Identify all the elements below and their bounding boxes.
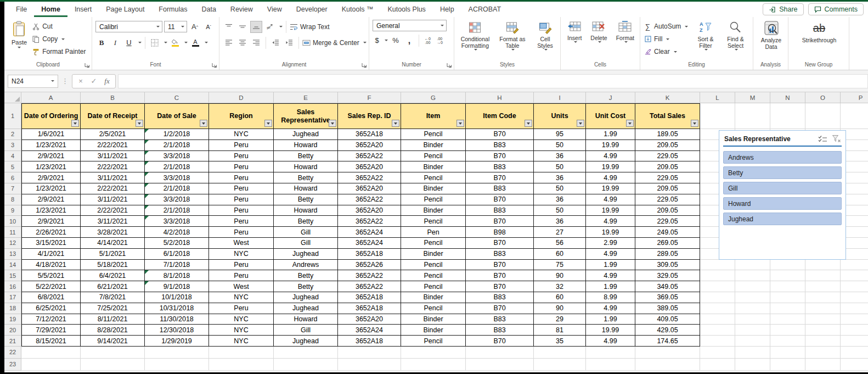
cell-C14[interactable]: 7/1/2018 [145, 260, 209, 271]
cell-N19[interactable] [770, 314, 805, 325]
cell-F19[interactable]: 3652A20 [338, 314, 401, 325]
cut-button[interactable]: Cut [32, 21, 86, 32]
cell-G19[interactable]: Binder [401, 314, 466, 325]
font-color-button[interactable]: A [189, 37, 201, 49]
ribbon-tab-help[interactable]: Help [433, 2, 461, 17]
cell-K18[interactable]: 389.05 [635, 303, 700, 314]
cell-K11[interactable]: 249.05 [635, 227, 700, 238]
filter-button-date-of-ordering[interactable] [71, 120, 79, 127]
cell-E3[interactable]: Howard [274, 140, 338, 151]
column-header-M[interactable]: M [735, 92, 770, 103]
copy-button[interactable]: Copy [32, 34, 86, 44]
cell-M22[interactable] [735, 347, 770, 359]
cell-A8[interactable]: 2/9/2021 [21, 194, 81, 205]
column-header-C[interactable]: C [145, 92, 209, 103]
cell-M23[interactable] [735, 359, 770, 371]
cell-A23[interactable] [21, 359, 81, 371]
row-header-10[interactable]: 10 [4, 216, 21, 227]
cell-M15[interactable] [735, 270, 770, 281]
cell-F14[interactable]: 3652A26 [338, 260, 401, 271]
cell-A7[interactable]: 1/23/2021 [21, 183, 81, 194]
cell-M1[interactable] [735, 103, 770, 129]
cell-B14[interactable]: 5/18/2021 [81, 260, 145, 271]
ribbon-tab-home[interactable]: Home [34, 2, 67, 17]
italic-button[interactable]: I [109, 37, 121, 49]
cell-B6[interactable]: 3/11/2021 [81, 172, 145, 183]
cell-E4[interactable]: Betty [274, 151, 338, 162]
cell-H5[interactable]: B83 [466, 161, 534, 172]
cell-F5[interactable]: 3652A20 [338, 161, 401, 172]
decrease-indent-button[interactable] [269, 37, 281, 49]
cell-I15[interactable]: 90 [534, 270, 586, 281]
cell-G3[interactable]: Binder [401, 140, 466, 151]
cell-I7[interactable]: 50 [534, 183, 586, 194]
cell-K16[interactable]: 349.05 [635, 281, 700, 292]
cell-M19[interactable] [735, 314, 770, 325]
cell-D22[interactable] [209, 347, 274, 359]
cell-C21[interactable]: 1/29/2019 [145, 336, 209, 347]
cell-D20[interactable]: NYC [209, 325, 274, 336]
slicer-item-gill[interactable]: Gill [723, 182, 842, 194]
row-header-14[interactable]: 14 [4, 260, 21, 271]
ribbon-tab-insert[interactable]: Insert [67, 2, 99, 17]
cell-O16[interactable] [805, 281, 841, 292]
cell-M20[interactable] [735, 325, 770, 336]
column-header-N[interactable]: N [770, 92, 805, 103]
cell-G16[interactable]: Pencil [401, 281, 466, 292]
formula-input[interactable] [118, 74, 868, 88]
cell-G12[interactable]: Pencil [401, 238, 466, 249]
cell-G9[interactable]: Binder [401, 205, 466, 216]
cell-O20[interactable] [805, 325, 841, 336]
cell-F21[interactable]: 3652A18 [338, 336, 401, 347]
cell-E14[interactable]: Andrews [274, 260, 338, 271]
cell-H13[interactable]: B83 [466, 249, 534, 260]
cell-H2[interactable]: B70 [466, 129, 534, 140]
cell-B19[interactable]: 8/11/2021 [81, 314, 145, 325]
column-header-D[interactable]: D [209, 92, 274, 103]
cell-A4[interactable]: 2/9/2021 [21, 151, 81, 162]
cell-J21[interactable]: 4.99 [586, 336, 635, 347]
number-dialog-launcher-icon[interactable] [446, 62, 452, 68]
cell-O1[interactable] [805, 103, 841, 129]
cell-E6[interactable]: Betty [274, 172, 338, 183]
cell-D6[interactable]: Peru [209, 172, 274, 183]
fill-color-button[interactable] [169, 37, 181, 49]
cell-L1[interactable] [700, 103, 735, 129]
name-box-splitter[interactable]: ⋮ [60, 77, 70, 85]
cell-G22[interactable] [401, 347, 466, 359]
cell-P17[interactable] [841, 292, 868, 303]
filter-button-unit-cost[interactable] [626, 120, 634, 127]
top-align-button[interactable] [223, 21, 235, 33]
cell-E16[interactable]: Betty [274, 281, 338, 292]
cell-L17[interactable] [700, 292, 735, 303]
cell-A3[interactable]: 1/23/2021 [21, 140, 81, 151]
cell-M17[interactable] [735, 292, 770, 303]
cell-G2[interactable]: Pencil [401, 129, 466, 140]
cell-C2[interactable]: 1/2/2018 [145, 129, 209, 140]
cell-A16[interactable]: 5/22/2021 [21, 281, 81, 292]
borders-button[interactable] [149, 37, 161, 49]
cell-H16[interactable]: B70 [466, 281, 534, 292]
cell-G23[interactable] [401, 359, 466, 371]
underline-button[interactable]: U [123, 37, 135, 49]
cell-F13[interactable]: 3652A18 [338, 249, 401, 260]
insert-cells-button[interactable]: Insert [565, 20, 584, 60]
cell-L21[interactable] [700, 336, 735, 347]
filter-button-units[interactable] [577, 120, 584, 127]
cell-B18[interactable]: 7/25/2021 [81, 303, 145, 314]
cell-D4[interactable]: Peru [209, 151, 274, 162]
cell-C4[interactable]: 3/3/2018 [145, 151, 209, 162]
cell-G5[interactable]: Binder [401, 161, 466, 172]
cell-O23[interactable] [805, 359, 841, 371]
cell-C23[interactable] [145, 359, 209, 371]
cell-J12[interactable]: 2.99 [586, 238, 635, 249]
cell-A22[interactable] [21, 347, 81, 359]
cell-E15[interactable]: Betty [274, 270, 338, 281]
filter-button-item[interactable] [456, 120, 464, 127]
clipboard-dialog-launcher-icon[interactable] [84, 62, 90, 68]
cell-B11[interactable]: 3/28/2021 [81, 227, 145, 238]
cell-I23[interactable] [534, 359, 586, 371]
cell-O21[interactable] [805, 336, 841, 347]
format-as-table-button[interactable]: Format as Table [495, 20, 530, 60]
increase-indent-button[interactable] [283, 37, 295, 49]
